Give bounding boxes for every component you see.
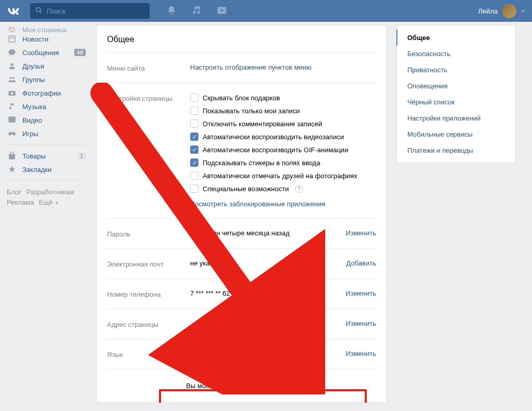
checkbox-icon [190,120,198,128]
checkbox-6[interactable]: Автоматически отмечать друзей на фотогра… [190,171,376,180]
svg-point-7 [12,77,15,79]
configure-menu-link[interactable]: Настроить отображение пунктов меню [190,63,311,71]
checkbox-5[interactable]: Подсказывать стикеры в полях ввода [190,158,376,167]
nav-photos[interactable]: Фотографии [4,86,89,100]
tab-4[interactable]: Чёрный список [397,94,515,110]
tab-7[interactable]: Платежи и переводы [397,142,515,158]
tab-3[interactable]: Оповещения [397,78,515,94]
row-action-link[interactable]: Изменить [345,289,376,298]
checkbox-icon [190,184,198,193]
nav-messages[interactable]: Сообщения48 [4,46,89,59]
svg-point-6 [9,77,11,79]
settings-tabs: ОбщееБезопасностьПриватностьОповещенияЧё… [396,25,516,163]
row-value: hxxcom [190,320,345,328]
info-row: Адрес страницыhxxcom Изменить [107,309,376,339]
info-row: ЯзыкРусскийИзменить [107,339,376,369]
blocked-apps-link[interactable]: Посмотреть заблокированные приложения [190,200,325,208]
nav-bookmarks[interactable]: Закладки [4,163,89,176]
checkbox-1[interactable]: Показывать только мои записи [190,107,376,115]
video-nav-icon [7,116,17,124]
svg-rect-3 [9,36,15,42]
music-nav-icon [7,102,17,111]
checkbox-label: Автоматически воспроизводить видеозаписи [203,133,344,141]
svg-point-5 [10,63,13,66]
home-icon: 🏠 [7,27,17,32]
messages-badge: 48 [74,49,86,56]
search-icon [35,7,43,16]
tab-5[interactable]: Настройки приложений [397,110,515,126]
row-label: Номер телефона [107,289,190,298]
vk-logo[interactable] [6,4,21,18]
nav-market[interactable]: Товары1 [4,149,89,163]
photo-icon [7,89,17,97]
delete-account-bar: Вы можете удалить свою страницу. [107,369,376,402]
settings-panel: Общее Меню сайта Настроить отображение п… [96,25,387,403]
checkbox-0[interactable]: Скрывать блок подарков [190,94,376,102]
row-action-link[interactable]: Изменить [345,350,376,359]
checkbox-icon [190,94,198,102]
nav-music[interactable]: Музыка [4,100,89,113]
foot-blog[interactable]: Блог [7,188,21,196]
svg-point-9 [11,92,13,95]
tab-2[interactable]: Приватность [397,62,515,78]
checkbox-label: Показывать только мои записи [203,107,300,115]
checkbox-icon [190,145,198,154]
row-action-link[interactable]: Добавить [347,259,376,268]
groups-icon [7,75,17,84]
message-icon [7,48,17,57]
nav-my-page[interactable]: 🏠Моя страница [4,27,89,32]
row-value: Русский [190,350,345,359]
avatar [502,4,516,18]
checkbox-label: Специальные возможности [203,185,289,193]
foot-ads[interactable]: Реклама [7,198,34,206]
music-icon[interactable] [191,5,202,17]
checkbox-4[interactable]: Автоматически воспроизводить GIF-анимаци… [190,145,376,154]
row-action-link[interactable]: Изменить [345,320,376,328]
tab-1[interactable]: Безопасность [397,46,515,62]
friends-icon [7,62,17,70]
user-menu[interactable]: Лейла ▼ [478,4,526,18]
checkbox-7[interactable]: Специальные возможности? [190,184,376,193]
nav-groups[interactable]: Группы [4,73,89,86]
video-icon[interactable] [216,5,228,17]
nav-games[interactable]: Игры [4,127,89,140]
info-row: Номер телефона7 *** *** ** 62Изменить [107,279,376,309]
star-icon [7,165,17,174]
checkbox-icon [190,107,198,115]
row-action-link[interactable]: Изменить [345,229,376,238]
footer-links: Блог Разработчикам Реклама Ещё ▼ [4,185,89,210]
page-title: Общее [107,35,376,44]
svg-point-0 [36,7,41,11]
user-name: Лейла [478,7,498,15]
checkbox-label: Автоматически отмечать друзей на фотогра… [203,172,357,180]
foot-more[interactable]: Ещё ▼ [39,198,59,206]
news-icon [7,35,17,43]
row-value: не указана [190,259,347,268]
info-row: Парольобновлён четыре месяца назадИзмени… [107,218,376,248]
search-input[interactable] [47,7,144,15]
nav-video[interactable]: Видео [4,113,89,127]
tab-6[interactable]: Мобильные сервисы [397,126,515,142]
checkbox-3[interactable]: Автоматически воспроизводить видеозаписи [190,132,376,141]
delete-account-link[interactable]: удалить свою страницу. [222,382,297,390]
row-label: Настройки страницы [107,94,190,208]
chevron-down-icon: ▼ [521,8,526,14]
checkbox-2[interactable]: Отключить комментирование записей [190,120,376,128]
nav-news[interactable]: Новости [4,32,89,46]
market-icon [7,152,17,160]
topbar: Лейла ▼ [0,0,532,22]
checkbox-icon [190,171,198,180]
row-menu: Меню сайта Настроить отображение пунктов… [107,52,376,83]
tab-0[interactable]: Общее [396,30,515,46]
notifications-icon[interactable] [166,5,177,17]
nav-friends[interactable]: Друзья [4,59,89,73]
help-icon[interactable]: ? [295,185,303,193]
delete-prefix: Вы можете [186,382,222,390]
row-value: обновлён четыре месяца назад [190,229,345,238]
games-icon [7,129,17,138]
row-label: Адрес страницы [107,320,190,328]
svg-rect-11 [8,116,15,118]
search-box[interactable] [30,3,150,19]
chevron-down-icon: ▼ [55,201,59,206]
foot-dev[interactable]: Разработчикам [26,188,74,196]
